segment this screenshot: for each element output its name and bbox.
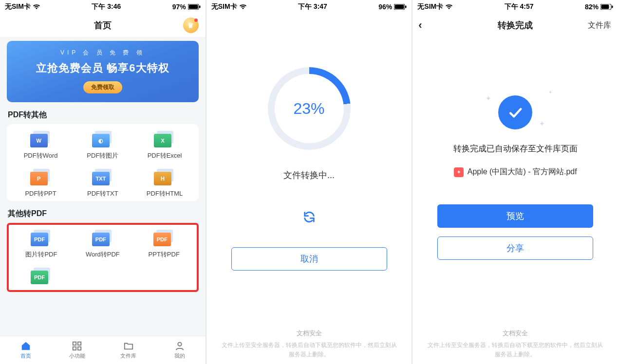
battery-icon: [188, 4, 201, 10]
vip-headline: 立抢免费会员 畅享6大特权: [12, 61, 194, 75]
svg-rect-9: [395, 5, 404, 9]
sparkle-icon: ✦: [486, 94, 491, 102]
tool-label: PDF转HTML: [147, 189, 183, 198]
tool-label: PDF转Word: [24, 151, 58, 160]
wifi-icon: [33, 4, 40, 10]
tab-bar: 首页 小功能 文件库 我的: [0, 336, 206, 364]
vip-tag: VIP 会 员 免 费 领: [12, 49, 194, 57]
security-body: 文件上传至安全服务器，转换后自动下载至您的软件中，然后立刻从服务器上删除。: [428, 342, 603, 358]
vip-cta-button[interactable]: 免费领取: [83, 81, 122, 93]
grid-pdf-to-other: WPDF转Word◐PDF转图片XPDF转ExcelPPDF转PPTTXTPDF…: [7, 124, 199, 201]
carrier-text: 无SIM卡: [417, 2, 443, 11]
tab-tools[interactable]: 小功能: [51, 336, 102, 364]
nav-library-link[interactable]: 文件库: [588, 20, 611, 31]
tool-icon: TXT: [92, 169, 113, 185]
battery-text: 82%: [585, 3, 599, 11]
phone-home: 无SIM卡 下午 3:46 97% 首页 ♛ VIP 会 员 免 费 领 立抢免…: [0, 0, 206, 364]
security-note: 文档安全 文件上传至安全服务器，转换后自动下载至您的软件中，然后立刻从服务器上删…: [206, 328, 412, 359]
tool-icon: H: [154, 169, 175, 185]
battery-text: 97%: [172, 3, 186, 11]
carrier-text: 无SIM卡: [5, 2, 31, 11]
tool-label: Word转PDF: [86, 250, 120, 259]
svg-rect-6: [78, 347, 81, 350]
tool-item[interactable]: PPDF转PPT: [10, 169, 72, 198]
clock-text: 下午 3:47: [298, 2, 327, 11]
clock-text: 下午 3:46: [92, 2, 121, 11]
svg-rect-12: [601, 5, 609, 9]
tool-item[interactable]: XPDF转Excel: [133, 131, 195, 160]
tool-item[interactable]: HPDF转HTML: [133, 169, 195, 198]
nav-bar: 首页 ♛: [0, 14, 206, 37]
page-title: 首页: [94, 19, 112, 31]
tab-label: 我的: [174, 352, 185, 360]
tool-item[interactable]: ◐PDF转图片: [72, 131, 133, 160]
svg-rect-2: [199, 6, 201, 8]
svg-rect-5: [73, 347, 76, 350]
success-check-icon: [498, 95, 532, 129]
back-button[interactable]: ‹: [418, 19, 422, 32]
tool-item[interactable]: TXTPDF转TXT: [72, 169, 133, 198]
tab-label: 小功能: [69, 352, 85, 360]
tool-icon: X: [154, 131, 175, 147]
nav-bar: ‹ 转换完成 文件库: [412, 14, 618, 37]
svg-rect-10: [405, 6, 407, 8]
tab-home[interactable]: 首页: [0, 336, 51, 364]
tool-label: 图片转PDF: [25, 250, 57, 259]
svg-rect-13: [612, 6, 613, 8]
done-message: 转换完成已自动保存至文件库页面: [453, 143, 578, 154]
tab-library[interactable]: 文件库: [103, 336, 154, 364]
sparkle-icon: ✦: [539, 120, 545, 127]
converting-label: 文件转换中...: [283, 169, 335, 181]
section-title-other-to-pdf: 其他转PDF: [0, 206, 206, 223]
tool-icon: P: [30, 169, 52, 185]
carrier-text: 无SIM卡: [211, 2, 237, 11]
tool-label: PDF转Excel: [148, 151, 182, 160]
security-title: 文档安全: [427, 328, 603, 339]
tool-icon: PDF: [31, 230, 52, 246]
svg-rect-1: [188, 5, 198, 9]
security-body: 文件上传至安全服务器，转换后自动下载至您的软件中，然后立刻从服务器上删除。: [222, 342, 397, 358]
tool-label: PPT转PDF: [149, 250, 180, 259]
tool-icon: PDF: [153, 230, 175, 246]
svg-rect-4: [78, 342, 81, 345]
svg-rect-3: [73, 342, 76, 345]
phone-done: 无SIM卡 下午 4:57 82% ‹ 转换完成 文件库 ✦ ✦ ✦: [412, 0, 618, 364]
refresh-icon[interactable]: [302, 210, 316, 226]
result-file-row[interactable]: ✦ Apple (中国大陆) - 官方网站.pdf: [454, 167, 577, 177]
status-bar: 无SIM卡 下午 3:46 97%: [0, 0, 206, 14]
tool-item[interactable]: PDFPPT转PDF: [133, 230, 195, 259]
tab-label: 文件库: [120, 352, 136, 360]
sparkle-icon: ✦: [548, 90, 552, 95]
vip-crown-badge[interactable]: ♛: [183, 18, 199, 33]
phone-converting: 无SIM卡 下午 3:47 96% 23% 文件转换中... 取消: [206, 0, 412, 364]
progress-text: 23%: [293, 100, 324, 118]
progress-ring: 23%: [268, 67, 351, 150]
preview-button[interactable]: 预览: [437, 204, 593, 228]
tool-item[interactable]: PDF: [11, 268, 72, 288]
security-note: 文档安全 文件上传至安全服务器，转换后自动下载至您的软件中，然后立刻从服务器上删…: [412, 328, 618, 359]
tool-label: PDF转图片: [87, 151, 118, 160]
battery-text: 96%: [378, 3, 392, 11]
grid-other-to-pdf: PDF图片转PDFPDFWord转PDFPDFPPT转PDFPDF: [7, 223, 199, 292]
section-title-pdf-to-other: PDF转其他: [0, 107, 206, 124]
tool-label: PDF转TXT: [87, 189, 118, 198]
share-button[interactable]: 分享: [437, 237, 593, 260]
tool-item[interactable]: PDF图片转PDF: [11, 230, 72, 259]
status-bar: 无SIM卡 下午 4:57 82%: [412, 0, 618, 14]
clock-text: 下午 4:57: [505, 2, 534, 11]
wifi-icon: [445, 4, 453, 10]
tool-icon: PDF: [92, 230, 113, 246]
cancel-button[interactable]: 取消: [231, 247, 387, 271]
tool-item[interactable]: WPDF转Word: [10, 131, 72, 160]
tab-mine[interactable]: 我的: [154, 336, 205, 364]
tool-item[interactable]: PDFWord转PDF: [72, 230, 133, 259]
page-title: 转换完成: [498, 19, 533, 31]
tool-icon: PDF: [31, 268, 52, 284]
svg-point-7: [178, 343, 181, 346]
status-bar: 无SIM卡 下午 3:47 96%: [206, 0, 412, 14]
battery-icon: [600, 4, 613, 10]
vip-banner[interactable]: VIP 会 员 免 费 领 立抢免费会员 畅享6大特权 免费领取: [7, 41, 199, 102]
tool-icon: ◐: [92, 131, 113, 147]
tab-label: 首页: [20, 352, 31, 360]
wifi-icon: [239, 4, 247, 10]
